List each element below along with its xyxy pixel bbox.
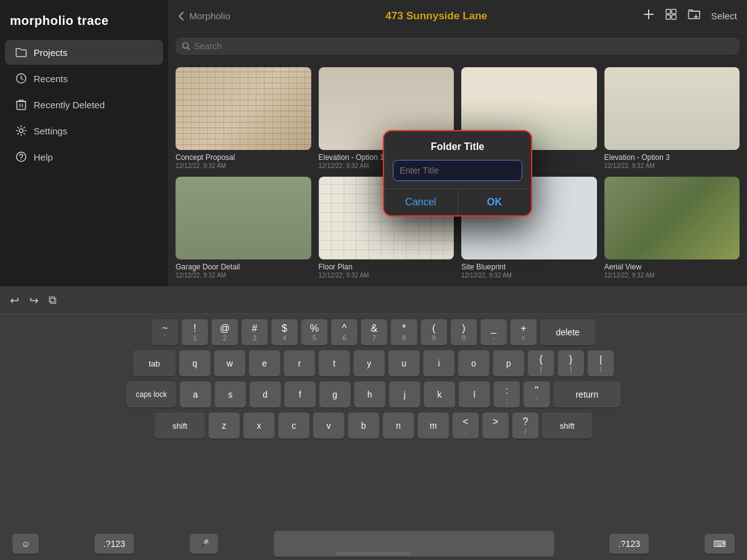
key-o[interactable]: o xyxy=(458,350,489,376)
key-colon[interactable]: :; xyxy=(494,381,520,408)
key-question[interactable]: ?/ xyxy=(512,413,538,439)
sidebar-item-recently-deleted[interactable]: Recently Deleted xyxy=(5,92,163,117)
header: Morpholio 473 Sunnyside Lane xyxy=(168,0,747,32)
svg-point-2 xyxy=(19,129,23,133)
key-plus[interactable]: += xyxy=(510,319,537,345)
key-e[interactable]: e xyxy=(249,350,280,376)
left-shift-key[interactable]: shift xyxy=(155,413,205,439)
key-2[interactable]: @2 xyxy=(212,319,238,345)
key-lt[interactable]: <, xyxy=(453,413,479,439)
key-7[interactable]: &7 xyxy=(361,319,387,345)
key-c[interactable]: c xyxy=(278,413,309,439)
trash-icon xyxy=(15,98,27,111)
redo-button[interactable]: ↪ xyxy=(29,294,39,307)
folder-title-input[interactable] xyxy=(393,160,522,181)
key-6[interactable]: ^6 xyxy=(331,319,357,345)
dialog-ok-button[interactable]: OK xyxy=(458,189,532,215)
back-button[interactable]: Morpholio xyxy=(178,11,230,21)
key-v[interactable]: v xyxy=(313,413,344,439)
emoji-key[interactable]: ☺ xyxy=(12,534,39,554)
key-lbrace[interactable]: {[ xyxy=(528,350,554,376)
num-right-key[interactable]: .?123 xyxy=(609,534,649,554)
dialog-input-wrap xyxy=(384,160,531,189)
key-b[interactable]: b xyxy=(348,413,379,439)
key-a[interactable]: a xyxy=(180,381,211,408)
key-pipe[interactable]: |\ xyxy=(588,350,614,376)
sidebar-item-recents[interactable]: Recents xyxy=(5,66,163,91)
space-key[interactable] xyxy=(274,531,554,557)
sidebar-item-help[interactable]: Help xyxy=(5,144,163,169)
header-title: 473 Sunnyside Lane xyxy=(230,10,642,22)
key-n[interactable]: n xyxy=(383,413,414,439)
dialog-cancel-button[interactable]: Cancel xyxy=(384,189,458,215)
key-p[interactable]: p xyxy=(493,350,524,376)
select-button[interactable]: Select xyxy=(711,11,737,21)
svg-rect-5 xyxy=(666,9,670,14)
key-0[interactable]: )0 xyxy=(451,319,477,345)
sidebar-item-projects[interactable]: Projects xyxy=(5,40,163,65)
key-9[interactable]: (9 xyxy=(421,319,447,345)
return-key[interactable]: return xyxy=(553,381,621,408)
key-w[interactable]: w xyxy=(214,350,245,376)
add-button[interactable] xyxy=(642,8,655,24)
num-left-key[interactable]: .?123 xyxy=(95,534,134,554)
dialog-overlay: Folder Title Cancel OK xyxy=(168,60,747,286)
key-minus[interactable]: _- xyxy=(481,319,507,345)
svg-rect-6 xyxy=(672,9,676,14)
key-t[interactable]: t xyxy=(319,350,350,376)
dialog-buttons: Cancel OK xyxy=(384,189,531,215)
sidebar-label-projects: Projects xyxy=(34,47,67,58)
keyboard-bottom: ☺ .?123 🎤 .?123 ⌨ xyxy=(0,528,747,560)
key-j[interactable]: j xyxy=(389,381,420,408)
sidebar: morpholio trace Projects xyxy=(0,0,168,286)
delete-key[interactable]: delete xyxy=(540,319,595,345)
key-m[interactable]: m xyxy=(418,413,449,439)
key-5[interactable]: %5 xyxy=(301,319,327,345)
key-gt[interactable]: >. xyxy=(482,413,509,439)
key-z[interactable]: z xyxy=(209,413,240,439)
mic-key[interactable]: 🎤 xyxy=(190,534,218,554)
content-grid: Concept Proposal 12/12/22, 9:32 AM Eleva… xyxy=(168,60,747,286)
folder-icon xyxy=(15,46,27,58)
key-1[interactable]: !1 xyxy=(182,319,208,345)
new-folder-button[interactable] xyxy=(687,8,701,24)
caps-lock-key[interactable]: caps lock xyxy=(126,381,176,408)
grid-view-button[interactable] xyxy=(665,8,677,24)
keyboard-toolbar: ↩ ↪ ⧉ xyxy=(0,287,747,314)
key-row-zxcv: shift z x c v b n m <, >. ?/ shift xyxy=(4,413,743,439)
tab-key[interactable]: tab xyxy=(133,350,176,376)
key-x[interactable]: x xyxy=(243,413,275,439)
key-u[interactable]: u xyxy=(388,350,420,376)
keyboard-area: ↩ ↪ ⧉ ~` !1 @2 #3 $4 %5 ^6 &7 *8 (9 )0 _… xyxy=(0,286,747,560)
key-h[interactable]: h xyxy=(354,381,385,408)
svg-point-4 xyxy=(21,159,22,160)
right-shift-key[interactable]: shift xyxy=(542,413,592,439)
key-i[interactable]: i xyxy=(423,350,454,376)
app-logo: morpholio trace xyxy=(0,0,168,39)
key-d[interactable]: d xyxy=(250,381,281,408)
main-content: Morpholio 473 Sunnyside Lane xyxy=(168,0,747,286)
key-tilde[interactable]: ~` xyxy=(152,319,178,345)
key-s[interactable]: s xyxy=(215,381,246,408)
copy-button[interactable]: ⧉ xyxy=(49,294,57,307)
key-q[interactable]: q xyxy=(179,350,210,376)
header-actions: Select xyxy=(642,8,737,24)
key-k[interactable]: k xyxy=(424,381,455,408)
key-g[interactable]: g xyxy=(319,381,350,408)
key-y[interactable]: y xyxy=(354,350,385,376)
svg-rect-9 xyxy=(688,11,700,19)
sidebar-item-settings[interactable]: Settings xyxy=(5,118,163,143)
search-bar xyxy=(168,32,747,60)
key-rbrace[interactable]: }] xyxy=(558,350,584,376)
sidebar-label-settings: Settings xyxy=(34,126,67,136)
keyboard-dismiss-key[interactable]: ⌨ xyxy=(705,534,735,554)
key-3[interactable]: #3 xyxy=(242,319,268,345)
key-l[interactable]: l xyxy=(459,381,490,408)
search-input[interactable] xyxy=(194,41,733,51)
key-4[interactable]: $4 xyxy=(271,319,298,345)
key-r[interactable]: r xyxy=(284,350,315,376)
key-quote[interactable]: "' xyxy=(524,381,550,408)
undo-button[interactable]: ↩ xyxy=(10,294,19,307)
key-f[interactable]: f xyxy=(284,381,316,408)
key-8[interactable]: *8 xyxy=(391,319,417,345)
